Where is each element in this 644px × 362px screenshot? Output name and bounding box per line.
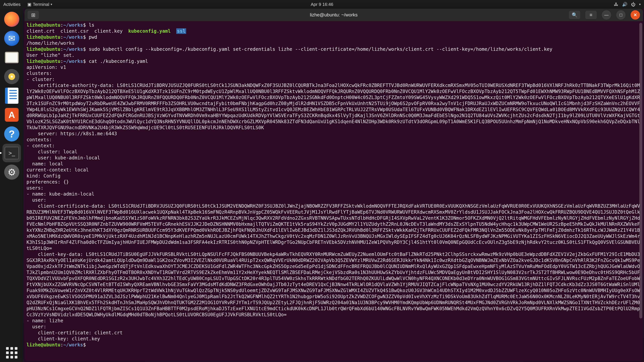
plus-icon: ⊞ (31, 12, 36, 18)
show-applications[interactable] (2, 344, 21, 362)
lizhe-user-block: - name: lizhe user: client-certificate: … (26, 318, 122, 342)
titlebar[interactable]: ⊞ lizhe@ubuntu: ~/works 🔍 ≡ — □ ✕ (24, 9, 643, 21)
server-line: server: https://k8s1.me:6443 (26, 131, 117, 136)
scrollbar[interactable] (639, 23, 642, 359)
dock-firefox[interactable] (2, 10, 21, 28)
hamburger-icon: ≡ (590, 12, 592, 17)
dock: ✉ ? >_ ⚙ (0, 9, 24, 362)
help-icon: ? (4, 126, 19, 141)
chevron-down-icon: ▾ (51, 2, 52, 6)
dock-terminal[interactable]: >_ (2, 144, 21, 162)
search-icon: 🔍 (572, 12, 578, 18)
power-icon: ⏻ (631, 2, 636, 7)
app-menu[interactable]: ▣ Terminal ▾ (27, 2, 52, 7)
close-button[interactable]: ✕ (630, 10, 640, 19)
client-cert-label: client-certificate-data: (26, 203, 108, 209)
status-area[interactable]: 🖧 🔊 ⏻ ▾ (614, 2, 641, 7)
ls-item: client.crt (26, 28, 55, 34)
cmd-set-credentials: sudo kubectl config --kubeconfig=./kubec… (89, 46, 552, 52)
dock-settings[interactable]: ⚙ (2, 163, 21, 181)
ls-item: kubeconfig.yaml (128, 28, 171, 34)
cmd-ls: ls (89, 22, 94, 28)
network-icon: 🖧 (614, 2, 618, 7)
music-icon (4, 69, 19, 84)
files-icon (5, 52, 18, 63)
maximize-icon: □ (620, 12, 622, 17)
hamburger-button[interactable]: ≡ (585, 11, 597, 19)
dock-help[interactable]: ? (2, 125, 21, 143)
gear-icon: ⚙ (4, 165, 19, 180)
window-title: lizhe@ubuntu: ~/works (310, 12, 358, 17)
dock-thunderbird[interactable]: ✉ (2, 29, 21, 48)
cmd-cat: cat ./kubeconfig.yaml (89, 58, 148, 64)
close-icon: ✕ (634, 12, 637, 17)
ls-item: ssl (176, 28, 186, 34)
clock[interactable]: Apr 9 16:46 (311, 2, 333, 7)
app-menu-label: Terminal (33, 2, 49, 7)
client-key-label: client-key-data: (26, 252, 86, 257)
maximize-button[interactable]: □ (616, 10, 626, 19)
new-tab-button[interactable]: ⊞ (28, 11, 39, 19)
sound-icon: 🔊 (622, 2, 628, 7)
cert-auth-label: certificate-authority-data: (26, 83, 117, 88)
scrollbar-thumb[interactable] (639, 23, 642, 319)
writer-icon (5, 88, 18, 104)
chevron-down-icon: ▾ (639, 2, 641, 6)
prompt-sym: $ (83, 22, 86, 28)
cmd-pwd: pwd (89, 34, 97, 40)
dock-writer[interactable] (2, 86, 21, 105)
ls-item: client.csr (60, 28, 89, 34)
activities-button[interactable]: Activities (3, 2, 21, 7)
terminal-icon: ▣ (27, 2, 32, 7)
terminal-window: ⊞ lizhe@ubuntu: ~/works 🔍 ≡ — □ ✕ lizhe@… (24, 9, 643, 361)
terminal-output[interactable]: lizhe@ubuntu:~/works$ ls client.crt clie… (24, 21, 643, 361)
top-bar: Activities ▣ Terminal ▾ Apr 9 16:46 🖧 🔊 … (0, 0, 644, 9)
dock-files[interactable] (2, 48, 21, 67)
pwd-output: /home/lizhe/works (26, 40, 75, 46)
work-area: ⊞ lizhe@ubuntu: ~/works 🔍 ≡ — □ ✕ lizhe@… (24, 9, 644, 362)
software-icon (5, 108, 18, 122)
yaml-head: apiVersion: v1 clusters: - cluster: (26, 64, 66, 82)
prompt-user: lizhe@ubuntu (26, 22, 60, 28)
setcred-output: User "lizhe" set. (26, 52, 75, 58)
prompt-path: ~/works (63, 22, 83, 28)
firefox-icon (4, 12, 19, 27)
grid-icon (6, 347, 18, 359)
prompt-user: lizhe@ubuntu (26, 34, 60, 40)
prompt-sep: : (60, 22, 63, 28)
minimize-button[interactable]: — (602, 10, 611, 19)
dock-rhythmbox[interactable] (2, 67, 21, 86)
terminal-app-icon: >_ (4, 147, 19, 159)
minimize-icon: — (604, 12, 608, 17)
thunderbird-icon: ✉ (4, 31, 19, 46)
dock-software[interactable] (2, 106, 21, 124)
ls-item: client.key (94, 28, 123, 34)
client-key-data: LS0tLS1CRUdJTiBSU0EgUFJJVkFURSBLRVktLS0t… (86, 252, 600, 257)
running-indicator (0, 152, 2, 154)
search-button[interactable]: 🔍 (569, 11, 580, 19)
contexts-block: contexts: - context: cluster: local user… (26, 137, 100, 203)
